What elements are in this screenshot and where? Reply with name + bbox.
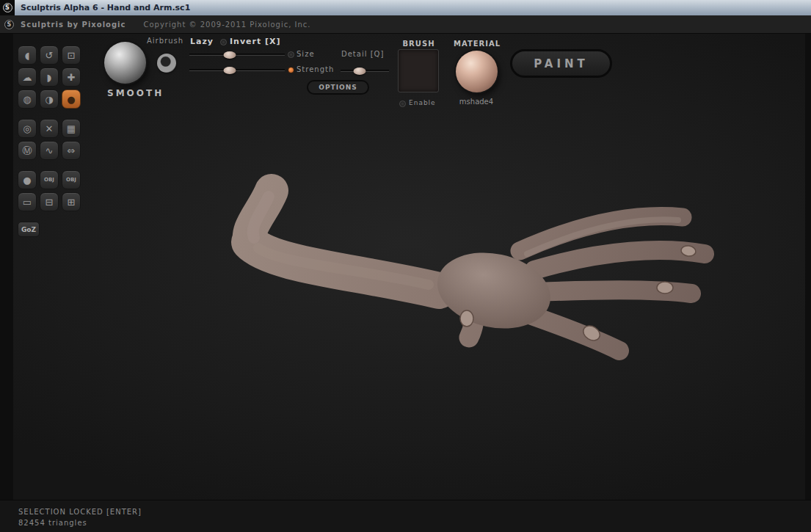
tool-symmetry[interactable]: ✕	[40, 119, 59, 138]
grab-icon: ✚	[68, 73, 76, 82]
new-sphere-icon: ●	[23, 175, 31, 185]
tool-new-sphere[interactable]: ●	[18, 170, 37, 189]
copyright-text: Copyright © 2009-2011 Pixologic, Inc.	[143, 21, 310, 29]
airbrush-toggle[interactable]	[157, 54, 176, 73]
statusbar: SELECTION LOCKED [ENTER] 82454 triangles	[0, 500, 811, 532]
flatten-icon: ◗	[47, 73, 52, 82]
brush-enable-label: Enable	[409, 99, 436, 106]
wrinkle-icon: ∿	[46, 146, 54, 156]
scale-icon: ⊡	[68, 51, 76, 60]
sculptris-window: S Sculptris Alpha 6 - Hand and Arm.sc1 S…	[0, 0, 811, 532]
strength-label: Strength	[297, 65, 334, 73]
triangle-count: 82454 triangles	[18, 517, 811, 528]
size-slider[interactable]	[189, 54, 285, 56]
wireframe-icon: ◎	[23, 124, 31, 134]
options-button[interactable]: OPTIONS	[307, 80, 369, 95]
tool-scale[interactable]: ⊡	[62, 45, 81, 65]
material-sphere[interactable]	[456, 51, 498, 92]
tool-rotate[interactable]: ↺	[40, 45, 59, 65]
tool-reduce[interactable]: ⇔	[62, 141, 81, 160]
detail-label: Detail [Q]	[341, 50, 384, 58]
strength-radio[interactable]	[288, 67, 294, 73]
export-obj-icon: OBJ	[66, 178, 76, 183]
rotate-icon: ↺	[46, 51, 54, 60]
window-icon: S	[0, 0, 15, 15]
size-slider-handle[interactable]	[223, 51, 236, 59]
detail-slider-handle[interactable]	[354, 68, 366, 75]
symmetry-icon: ✕	[46, 124, 54, 134]
material-name: mshade4	[454, 98, 499, 106]
strength-slider[interactable]	[189, 69, 285, 71]
inflate-icon: ◍	[23, 95, 31, 104]
file-tools-group: ● OBJ OBJ ▭ ⊟ ⊞	[18, 170, 84, 211]
app-name: Sculptris by Pixologic	[21, 21, 126, 29]
window-title: Sculptris Alpha 6 - Hand and Arm.sc1	[21, 3, 190, 12]
tool-export-obj[interactable]: OBJ	[62, 170, 81, 189]
invert-label: Invert [X]	[230, 37, 281, 46]
app-logo-icon: S	[4, 20, 14, 29]
tool-wrinkle[interactable]: ∿	[40, 141, 59, 160]
strength-slider-handle[interactable]	[223, 67, 236, 74]
mask-icon: Ⓜ	[23, 146, 32, 156]
tool-draw[interactable]: ☁	[18, 68, 37, 87]
tool-sidebar: ◖ ↺ ⊡ ☁ ◗ ✚ ◍ ◑ ● ◎ ✕ ▦ Ⓜ ∿ ⇔ ● OBJ OBJ …	[18, 45, 84, 237]
tool-import-obj[interactable]: OBJ	[40, 170, 59, 189]
paint-mode-button[interactable]: PAINT	[510, 49, 612, 78]
tool-grab[interactable]: ✚	[62, 68, 81, 87]
import-obj-icon: OBJ	[44, 178, 54, 183]
tool-crease[interactable]: ◖	[18, 45, 37, 65]
brush-enable-radio[interactable]	[399, 101, 406, 107]
brush-preview-sphere	[104, 42, 146, 84]
sculptris-logo-icon: S	[3, 3, 12, 12]
menubar: S Sculptris by Pixologic Copyright © 200…	[0, 15, 811, 34]
active-brush-name: SMOOTH	[107, 88, 164, 98]
material-section-label: MATERIAL	[454, 40, 499, 48]
tool-pinch[interactable]: ◑	[40, 90, 59, 109]
size-radio[interactable]	[288, 51, 294, 58]
tool-new-plane[interactable]: ▭	[18, 192, 37, 211]
invert-radio[interactable]	[220, 39, 227, 45]
crease-icon: ◖	[25, 51, 30, 60]
sculpt-tools-group: ◖ ↺ ⊡ ☁ ◗ ✚ ◍ ◑ ●	[18, 45, 84, 109]
brush-section-label: BRUSH	[398, 40, 440, 48]
airbrush-label: Airbrush	[147, 37, 183, 45]
selection-status: SELECTION LOCKED [ENTER]	[18, 506, 811, 517]
tool-flatten[interactable]: ◗	[40, 68, 59, 87]
detail-slider[interactable]	[341, 70, 389, 72]
tool-mask[interactable]: Ⓜ	[18, 141, 37, 160]
brush-texture-slot[interactable]	[398, 49, 439, 92]
size-label: Size	[297, 50, 315, 58]
smooth-icon: ●	[67, 95, 75, 104]
tool-grid[interactable]: ▦	[62, 119, 81, 138]
tool-smooth[interactable]: ●	[62, 90, 81, 109]
lazy-label: Lazy	[190, 37, 214, 46]
tool-wireframe[interactable]: ◎	[18, 119, 37, 138]
save-icon: ⊟	[46, 197, 54, 207]
titlebar[interactable]: S Sculptris Alpha 6 - Hand and Arm.sc1	[0, 0, 811, 15]
pinch-icon: ◑	[45, 95, 53, 104]
tool-open[interactable]: ⊞	[62, 192, 81, 211]
open-icon: ⊞	[68, 197, 76, 207]
reduce-icon: ⇔	[68, 146, 76, 156]
new-plane-icon: ▭	[23, 197, 32, 207]
draw-icon: ☁	[23, 73, 32, 82]
tool-inflate[interactable]: ◍	[18, 90, 37, 109]
view-tools-group: ◎ ✕ ▦ Ⓜ ∿ ⇔	[18, 119, 84, 160]
goz-button[interactable]: GoZ	[18, 222, 40, 237]
tool-save[interactable]: ⊟	[40, 192, 59, 211]
grid-icon: ▦	[67, 124, 76, 134]
